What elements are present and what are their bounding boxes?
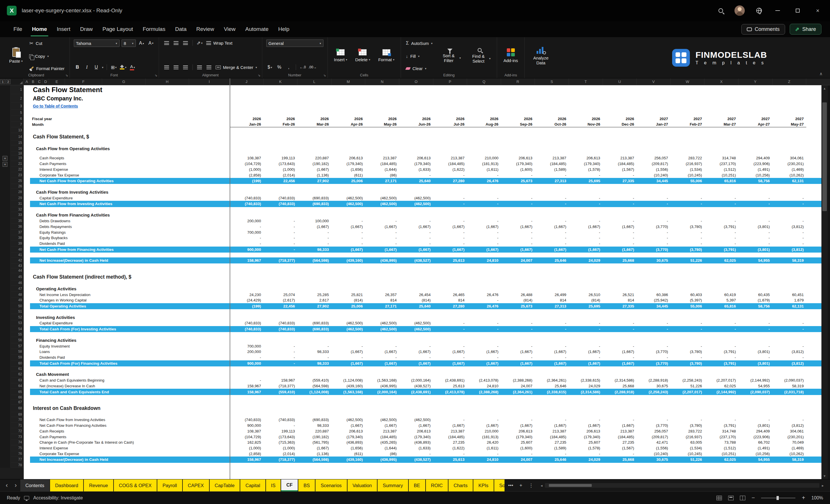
cell[interactable]: 199,113 — [264, 428, 298, 434]
cell[interactable]: 62,025 — [704, 257, 738, 263]
maximize-button[interactable] — [793, 6, 802, 15]
cell[interactable]: 2027 — [772, 116, 806, 122]
cell[interactable]: (814) — [501, 297, 535, 303]
cell[interactable]: (2,288,918) — [603, 389, 637, 395]
cell[interactable]: 30,675 — [637, 383, 671, 389]
cell[interactable]: (184,485) — [535, 161, 569, 167]
cell[interactable]: - — [603, 218, 637, 224]
row-header-29[interactable]: 29 — [10, 195, 24, 201]
orientation-button[interactable]: ⇗▾ — [196, 39, 203, 46]
cell[interactable]: - — [738, 201, 772, 207]
cell[interactable]: (1,667) — [433, 224, 467, 229]
cell[interactable]: 2026 — [399, 116, 433, 122]
cell[interactable]: 314,748 — [704, 155, 738, 161]
cell[interactable]: - — [603, 417, 637, 423]
scroll-up-icon[interactable]: ▲ — [823, 85, 826, 92]
cell[interactable]: (1,578) — [569, 445, 603, 451]
cell[interactable]: (104,729) — [230, 161, 264, 167]
cell[interactable]: (690,833) — [297, 320, 331, 326]
cell[interactable]: (2,000,164) — [365, 389, 399, 395]
cell[interactable]: (1,667) — [399, 360, 433, 367]
cell[interactable] — [24, 292, 30, 297]
cell[interactable] — [24, 201, 30, 207]
cell[interactable]: (3,770) — [637, 360, 671, 367]
column-header-A[interactable]: A — [24, 78, 30, 85]
cell[interactable]: (1,563,168) — [365, 378, 399, 383]
cell[interactable]: (3,770) — [637, 349, 671, 355]
cell[interactable]: 158,967 — [230, 383, 264, 389]
cell[interactable]: 814 — [603, 297, 637, 303]
menu-tab-data[interactable]: Data — [170, 21, 191, 37]
cell[interactable]: (814) — [331, 297, 365, 303]
search-icon[interactable] — [719, 8, 723, 13]
column-header-H[interactable]: H — [146, 78, 189, 85]
cell[interactable]: 25,821 — [331, 292, 365, 297]
cell[interactable]: - — [331, 229, 365, 235]
cell[interactable]: (718,377) — [264, 383, 298, 389]
cell[interactable]: (25,942) — [637, 297, 671, 303]
cell[interactable] — [24, 207, 30, 212]
cell[interactable]: (1,667) — [535, 224, 569, 229]
cell[interactable]: 158,967 — [230, 456, 264, 463]
outline-level-2-button[interactable]: 2 — [6, 79, 10, 84]
row-header-69[interactable]: 69 — [10, 412, 24, 417]
cell[interactable]: (436,995) — [365, 383, 399, 389]
row-label[interactable]: Change in Cash (Pre-Corporate Tax & Inte… — [30, 440, 230, 445]
cell[interactable]: 213,387 — [535, 155, 569, 161]
cell[interactable] — [24, 116, 30, 122]
row-label[interactable]: Net Increase/(Decrease) in Cash Held — [30, 257, 230, 263]
cell[interactable]: - — [433, 326, 467, 332]
cell[interactable]: (179,340) — [569, 161, 603, 167]
cell[interactable]: 199,113 — [264, 155, 298, 161]
cell[interactable]: 25,006 — [331, 303, 365, 309]
cell[interactable]: (436,893) — [399, 440, 433, 445]
row-label[interactable]: Corporate Tax Expense — [30, 451, 230, 457]
cell[interactable]: 206,613 — [331, 155, 365, 161]
cell[interactable]: (462,500) — [365, 417, 399, 423]
cell[interactable]: - — [467, 297, 501, 303]
cell[interactable]: (10,262) — [772, 172, 806, 178]
scroll-right-icon[interactable]: ▸ — [822, 483, 824, 488]
row-label[interactable]: Net Cash Flow from Financing Activities — [30, 247, 230, 253]
cell[interactable]: - — [569, 218, 603, 224]
cell[interactable]: (2,000,164) — [399, 378, 433, 383]
cell[interactable]: 700,000 — [230, 229, 264, 235]
cell[interactable]: (436,995) — [365, 257, 399, 263]
cell[interactable] — [24, 212, 30, 218]
cell[interactable] — [24, 229, 30, 235]
row-label[interactable]: Corporate Tax Expense — [30, 172, 230, 178]
cell[interactable]: 27,902 — [297, 178, 331, 184]
cell[interactable]: Mar-27 — [704, 122, 738, 127]
cell[interactable] — [24, 184, 30, 189]
decrease-decimal-button[interactable]: .00→ — [309, 64, 317, 71]
cell[interactable]: 65,816 — [704, 178, 738, 184]
cell[interactable]: - — [501, 343, 535, 349]
cell[interactable] — [24, 417, 30, 423]
row-header-73[interactable]: 73 — [10, 434, 24, 440]
cell[interactable]: 22,456 — [264, 178, 298, 184]
cell[interactable]: - — [433, 195, 467, 201]
comments-button[interactable]: Comments — [741, 24, 785, 35]
cell[interactable]: (1,491) — [738, 445, 772, 451]
cell[interactable]: - — [399, 229, 433, 235]
vertical-scrollbar-thumb[interactable] — [822, 102, 827, 211]
row-header-18[interactable]: 18 — [10, 152, 24, 155]
cell[interactable]: 1,679 — [772, 297, 806, 303]
find-select-button[interactable]: Find & Select▾ — [467, 39, 493, 72]
close-button[interactable]: × — [813, 6, 822, 15]
user-avatar[interactable] — [734, 5, 745, 16]
cell[interactable]: (2,031,718) — [772, 389, 806, 395]
row-header-75[interactable]: 75 — [10, 445, 24, 451]
cell[interactable]: - — [264, 355, 298, 360]
alignment-dialog-launcher-icon[interactable]: ⇘ — [258, 73, 260, 77]
row-label[interactable]: Equity Raisings — [30, 229, 230, 235]
cell[interactable]: (1,667) — [297, 224, 331, 229]
cell[interactable]: 210,000 — [467, 428, 501, 434]
cell[interactable]: (2,314,586) — [569, 389, 603, 395]
cell[interactable] — [24, 268, 30, 273]
cell[interactable]: (2,207,017) — [704, 378, 738, 383]
cell[interactable]: - — [637, 355, 671, 360]
vertical-scrollbar[interactable]: ▲ ▼ — [822, 85, 828, 479]
cell[interactable]: (1,667) — [569, 224, 603, 229]
row-header-37[interactable]: 37 — [10, 229, 24, 235]
